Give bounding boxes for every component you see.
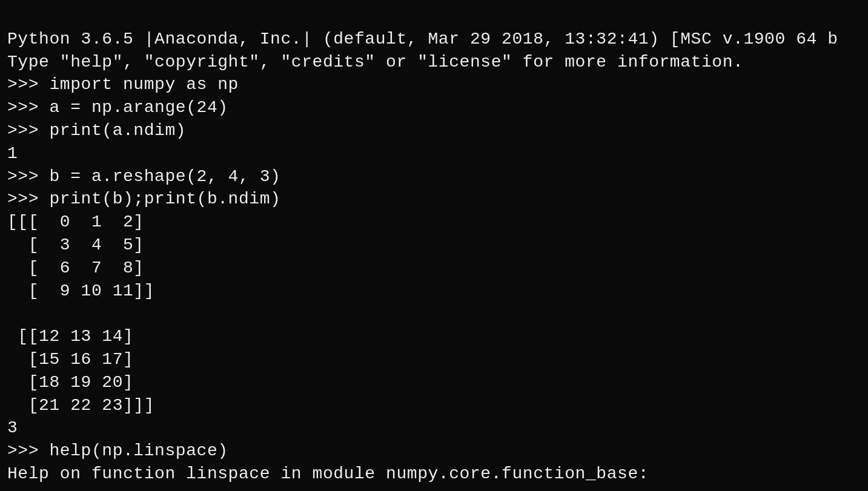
- terminal-line: [ 6 7 8]: [7, 257, 861, 280]
- terminal-line: [15 16 17]: [7, 348, 861, 371]
- terminal-line: [7, 486, 861, 491]
- terminal-line: >>> print(b);print(b.ndim): [7, 188, 861, 211]
- terminal-line: 3: [7, 417, 861, 440]
- terminal-line: >>> a = np.arange(24): [7, 96, 861, 119]
- terminal-output: Python 3.6.5 |Anaconda, Inc.| (default, …: [7, 5, 861, 491]
- terminal-line: [21 22 23]]]: [7, 394, 861, 417]
- terminal-line: [[[ 0 1 2]: [7, 211, 861, 234]
- terminal-line: [18 19 20]: [7, 371, 861, 394]
- terminal-line: >>> help(np.linspace): [7, 440, 861, 463]
- terminal-line: [7, 302, 861, 325]
- terminal-line: 1: [7, 142, 861, 165]
- terminal-line: [[12 13 14]: [7, 325, 861, 348]
- terminal-line: Python 3.6.5 |Anaconda, Inc.| (default, …: [7, 28, 861, 51]
- terminal-line: [ 3 4 5]: [7, 234, 861, 257]
- terminal-line: >>> print(a.ndim): [7, 119, 861, 142]
- terminal-line: >>> import numpy as np: [7, 73, 861, 96]
- terminal-line: >>> b = a.reshape(2, 4, 3): [7, 165, 861, 188]
- terminal-line: Help on function linspace in module nump…: [7, 463, 861, 486]
- terminal-line: [ 9 10 11]]: [7, 280, 861, 303]
- terminal-line: Type "help", "copyright", "credits" or "…: [7, 51, 861, 74]
